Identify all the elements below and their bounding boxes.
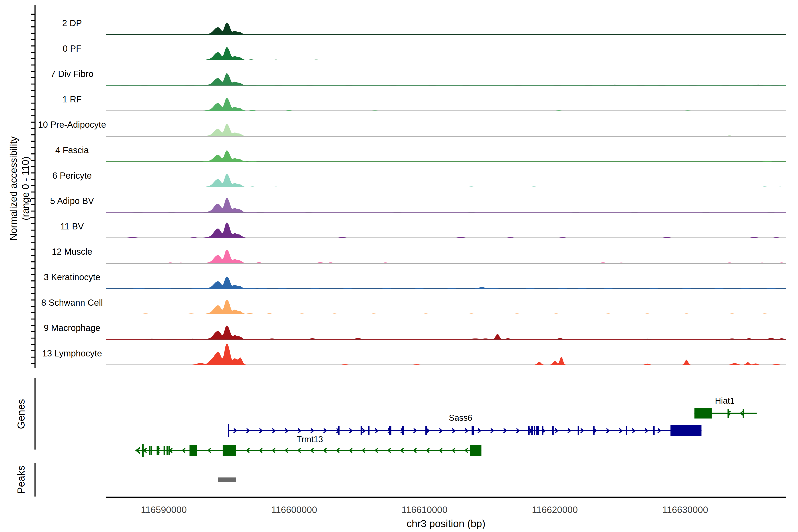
gene-model-hiat1 bbox=[695, 408, 757, 418]
track-area-7-div-fibro bbox=[106, 73, 786, 86]
tracks-plot-svg bbox=[0, 0, 798, 532]
x-tick-label-116600000: 116600000 bbox=[271, 505, 317, 515]
track-label-7-div-fibro: 7 Div Fibro bbox=[51, 69, 93, 79]
track-area-6-pericyte bbox=[106, 174, 786, 187]
track-label-8-schwann-cell: 8 Schwann Cell bbox=[41, 298, 103, 307]
track-label-4-fascia: 4 Fascia bbox=[55, 145, 89, 155]
gene-label-trmt13: Trmt13 bbox=[297, 435, 323, 444]
track-label-5-adipo-bv: 5 Adipo BV bbox=[50, 196, 94, 206]
x-tick-label-116590000: 116590000 bbox=[141, 505, 187, 515]
x-tick-label-116630000: 116630000 bbox=[662, 505, 708, 515]
track-area-3-keratinocyte bbox=[106, 277, 786, 289]
track-label-10-pre-adipocyte: 10 Pre-Adipocyte bbox=[38, 120, 106, 130]
y-axis-label: Normalized accessibility (range 0 - 110) bbox=[7, 136, 32, 240]
track-area-8-schwann-cell bbox=[106, 300, 786, 314]
track-area-13-lymphocyte bbox=[106, 344, 786, 365]
track-area-0-pf bbox=[106, 47, 786, 60]
x-tick-label-116620000: 116620000 bbox=[532, 505, 578, 515]
gene-label-hiat1: Hiat1 bbox=[715, 396, 735, 406]
track-label-12-muscle: 12 Muscle bbox=[52, 247, 92, 257]
track-label-2-dp: 2 DP bbox=[62, 18, 82, 28]
track-label-1-rf: 1 RF bbox=[62, 94, 82, 104]
genome-browser-figure: Normalized accessibility (range 0 - 110)… bbox=[0, 0, 798, 532]
track-area-2-dp bbox=[106, 23, 786, 35]
x-tick-label-116610000: 116610000 bbox=[401, 505, 447, 515]
y-axis-label-line2: (range 0 - 110) bbox=[19, 136, 32, 240]
genes-section-label: Genes bbox=[15, 399, 27, 429]
gene-label-sass6: Sass6 bbox=[449, 413, 472, 423]
track-label-13-lymphocyte: 13 Lymphocyte bbox=[42, 348, 102, 358]
peaks-section-label: Peaks bbox=[15, 466, 27, 494]
track-area-10-pre-adipocyte bbox=[106, 124, 786, 136]
x-axis-title: chr3 position (bp) bbox=[406, 518, 485, 530]
track-label-6-pericyte: 6 Pericyte bbox=[52, 170, 92, 180]
track-area-5-adipo-bv bbox=[106, 198, 786, 213]
track-label-9-macrophage: 9 Macrophage bbox=[44, 323, 100, 333]
gene-model-trmt13 bbox=[136, 444, 481, 457]
track-label-3-keratinocyte: 3 Keratinocyte bbox=[44, 272, 100, 282]
y-axis-label-line1: Normalized accessibility bbox=[7, 136, 19, 240]
peak-region-box bbox=[218, 477, 235, 482]
track-area-4-fascia bbox=[106, 151, 786, 162]
track-area-12-muscle bbox=[106, 250, 786, 263]
track-area-9-macrophage bbox=[106, 326, 786, 340]
track-area-11-bv bbox=[106, 223, 786, 238]
track-label-11-bv: 11 BV bbox=[60, 221, 84, 231]
track-label-0-pf: 0 PF bbox=[63, 43, 81, 53]
track-area-1-rf bbox=[106, 98, 786, 111]
